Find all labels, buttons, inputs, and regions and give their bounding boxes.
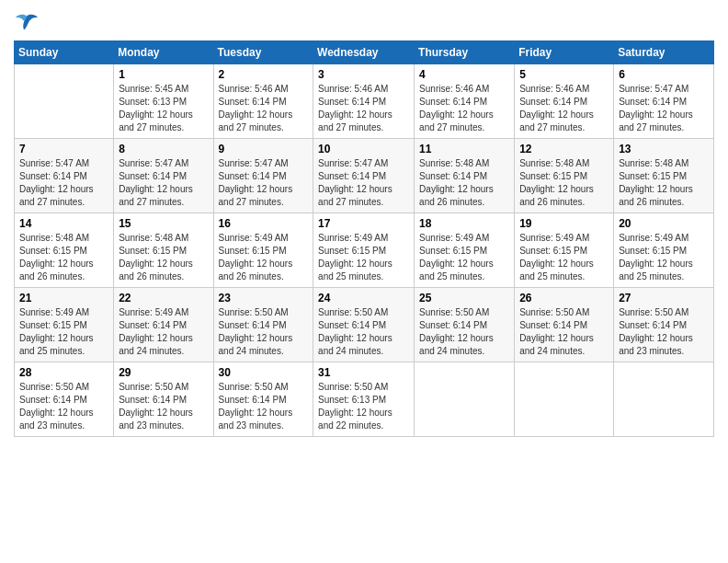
day-info: Sunrise: 5:49 AM Sunset: 6:15 PM Dayligh… (419, 232, 509, 283)
day-info: Sunrise: 5:50 AM Sunset: 6:14 PM Dayligh… (419, 306, 509, 358)
calendar-cell: 2Sunrise: 5:46 AM Sunset: 6:14 PM Daylig… (213, 64, 313, 139)
day-info: Sunrise: 5:49 AM Sunset: 6:15 PM Dayligh… (19, 306, 108, 358)
day-number: 11 (419, 143, 509, 155)
day-number: 7 (19, 143, 108, 155)
day-info: Sunrise: 5:45 AM Sunset: 6:13 PM Dayligh… (119, 83, 208, 134)
calendar-cell: 10Sunrise: 5:47 AM Sunset: 6:14 PM Dayli… (313, 139, 415, 213)
header-cell-monday: Monday (114, 41, 213, 64)
header-cell-friday: Friday (515, 41, 614, 64)
calendar-cell: 12Sunrise: 5:48 AM Sunset: 6:15 PM Dayli… (515, 139, 614, 213)
day-number: 23 (219, 292, 309, 304)
day-number: 27 (619, 292, 709, 304)
day-info: Sunrise: 5:47 AM Sunset: 6:14 PM Dayligh… (19, 157, 108, 209)
day-info: Sunrise: 5:47 AM Sunset: 6:14 PM Dayligh… (619, 83, 709, 134)
day-info: Sunrise: 5:47 AM Sunset: 6:14 PM Dayligh… (318, 157, 409, 209)
calendar-table: SundayMondayTuesdayWednesdayThursdayFrid… (14, 40, 714, 437)
day-info: Sunrise: 5:48 AM Sunset: 6:15 PM Dayligh… (619, 157, 709, 209)
day-info: Sunrise: 5:50 AM Sunset: 6:14 PM Dayligh… (219, 306, 309, 358)
day-number: 25 (419, 292, 509, 304)
calendar-week-4: 21Sunrise: 5:49 AM Sunset: 6:15 PM Dayli… (15, 288, 714, 362)
calendar-cell: 27Sunrise: 5:50 AM Sunset: 6:14 PM Dayli… (614, 288, 714, 362)
day-number: 29 (119, 366, 208, 379)
calendar-cell: 17Sunrise: 5:49 AM Sunset: 6:15 PM Dayli… (313, 213, 415, 288)
calendar-cell: 9Sunrise: 5:47 AM Sunset: 6:14 PM Daylig… (213, 139, 313, 213)
calendar-week-2: 7Sunrise: 5:47 AM Sunset: 6:14 PM Daylig… (15, 139, 714, 213)
calendar-cell: 13Sunrise: 5:48 AM Sunset: 6:15 PM Dayli… (614, 139, 714, 213)
calendar-cell: 18Sunrise: 5:49 AM Sunset: 6:15 PM Dayli… (415, 213, 515, 288)
calendar-cell: 23Sunrise: 5:50 AM Sunset: 6:14 PM Dayli… (213, 288, 313, 362)
day-number: 15 (119, 217, 208, 230)
calendar-cell: 15Sunrise: 5:48 AM Sunset: 6:15 PM Dayli… (114, 213, 213, 288)
day-info: Sunrise: 5:49 AM Sunset: 6:15 PM Dayligh… (318, 232, 409, 283)
day-info: Sunrise: 5:50 AM Sunset: 6:13 PM Dayligh… (318, 381, 409, 432)
day-number: 1 (119, 68, 208, 81)
day-number: 12 (519, 143, 609, 155)
day-number: 20 (619, 217, 709, 230)
day-info: Sunrise: 5:49 AM Sunset: 6:15 PM Dayligh… (519, 232, 609, 283)
calendar-cell: 3Sunrise: 5:46 AM Sunset: 6:14 PM Daylig… (313, 64, 415, 139)
day-number: 10 (318, 143, 409, 155)
day-info: Sunrise: 5:50 AM Sunset: 6:14 PM Dayligh… (519, 306, 609, 358)
day-info: Sunrise: 5:49 AM Sunset: 6:15 PM Dayligh… (619, 232, 709, 283)
day-info: Sunrise: 5:47 AM Sunset: 6:14 PM Dayligh… (119, 157, 208, 209)
calendar-cell: 4Sunrise: 5:46 AM Sunset: 6:14 PM Daylig… (415, 64, 515, 139)
day-number: 17 (318, 217, 409, 230)
day-number: 28 (19, 366, 108, 379)
header-cell-saturday: Saturday (614, 41, 714, 64)
calendar-cell: 21Sunrise: 5:49 AM Sunset: 6:15 PM Dayli… (15, 288, 114, 362)
day-number: 16 (219, 217, 309, 230)
day-info: Sunrise: 5:50 AM Sunset: 6:14 PM Dayligh… (619, 306, 709, 358)
calendar-body: 1Sunrise: 5:45 AM Sunset: 6:13 PM Daylig… (15, 64, 714, 437)
calendar-cell: 16Sunrise: 5:49 AM Sunset: 6:15 PM Dayli… (213, 213, 313, 288)
calendar-cell (15, 64, 114, 139)
day-number: 26 (519, 292, 609, 304)
calendar-cell: 22Sunrise: 5:49 AM Sunset: 6:14 PM Dayli… (114, 288, 213, 362)
calendar-cell (515, 362, 614, 437)
calendar-cell: 24Sunrise: 5:50 AM Sunset: 6:14 PM Dayli… (313, 288, 415, 362)
header-cell-thursday: Thursday (415, 41, 515, 64)
calendar-week-3: 14Sunrise: 5:48 AM Sunset: 6:15 PM Dayli… (15, 213, 714, 288)
day-info: Sunrise: 5:46 AM Sunset: 6:14 PM Dayligh… (219, 83, 309, 134)
header-cell-wednesday: Wednesday (313, 41, 415, 64)
day-info: Sunrise: 5:48 AM Sunset: 6:15 PM Dayligh… (19, 232, 108, 283)
day-number: 18 (419, 217, 509, 230)
day-info: Sunrise: 5:50 AM Sunset: 6:14 PM Dayligh… (219, 381, 309, 432)
day-info: Sunrise: 5:50 AM Sunset: 6:14 PM Dayligh… (318, 306, 409, 358)
calendar-cell: 29Sunrise: 5:50 AM Sunset: 6:14 PM Dayli… (114, 362, 213, 437)
day-info: Sunrise: 5:48 AM Sunset: 6:14 PM Dayligh… (419, 157, 509, 209)
day-info: Sunrise: 5:46 AM Sunset: 6:14 PM Dayligh… (318, 83, 409, 134)
header-cell-sunday: Sunday (15, 41, 114, 64)
calendar-cell: 5Sunrise: 5:46 AM Sunset: 6:14 PM Daylig… (515, 64, 614, 139)
day-info: Sunrise: 5:46 AM Sunset: 6:14 PM Dayligh… (519, 83, 609, 134)
calendar-cell: 25Sunrise: 5:50 AM Sunset: 6:14 PM Dayli… (415, 288, 515, 362)
calendar-cell: 30Sunrise: 5:50 AM Sunset: 6:14 PM Dayli… (213, 362, 313, 437)
day-info: Sunrise: 5:49 AM Sunset: 6:15 PM Dayligh… (219, 232, 309, 283)
day-info: Sunrise: 5:48 AM Sunset: 6:15 PM Dayligh… (519, 157, 609, 209)
calendar-cell (415, 362, 515, 437)
calendar-cell (614, 362, 714, 437)
day-info: Sunrise: 5:49 AM Sunset: 6:14 PM Dayligh… (119, 306, 208, 358)
day-number: 22 (119, 292, 208, 304)
calendar-header-row: SundayMondayTuesdayWednesdayThursdayFrid… (15, 41, 714, 64)
calendar-cell: 26Sunrise: 5:50 AM Sunset: 6:14 PM Dayli… (515, 288, 614, 362)
day-number: 24 (318, 292, 409, 304)
logo-icon (14, 9, 40, 35)
day-number: 21 (19, 292, 108, 304)
calendar-week-1: 1Sunrise: 5:45 AM Sunset: 6:13 PM Daylig… (15, 64, 714, 139)
day-number: 13 (619, 143, 709, 155)
day-number: 2 (219, 68, 309, 81)
calendar-cell: 8Sunrise: 5:47 AM Sunset: 6:14 PM Daylig… (114, 139, 213, 213)
calendar-cell: 11Sunrise: 5:48 AM Sunset: 6:14 PM Dayli… (415, 139, 515, 213)
day-number: 3 (318, 68, 409, 81)
day-number: 4 (419, 68, 509, 81)
header-cell-tuesday: Tuesday (213, 41, 313, 64)
logo (14, 9, 43, 35)
day-number: 30 (219, 366, 309, 379)
day-number: 8 (119, 143, 208, 155)
day-info: Sunrise: 5:48 AM Sunset: 6:15 PM Dayligh… (119, 232, 208, 283)
day-number: 14 (19, 217, 108, 230)
day-number: 6 (619, 68, 709, 81)
day-number: 19 (519, 217, 609, 230)
calendar-cell: 31Sunrise: 5:50 AM Sunset: 6:13 PM Dayli… (313, 362, 415, 437)
day-number: 5 (519, 68, 609, 81)
